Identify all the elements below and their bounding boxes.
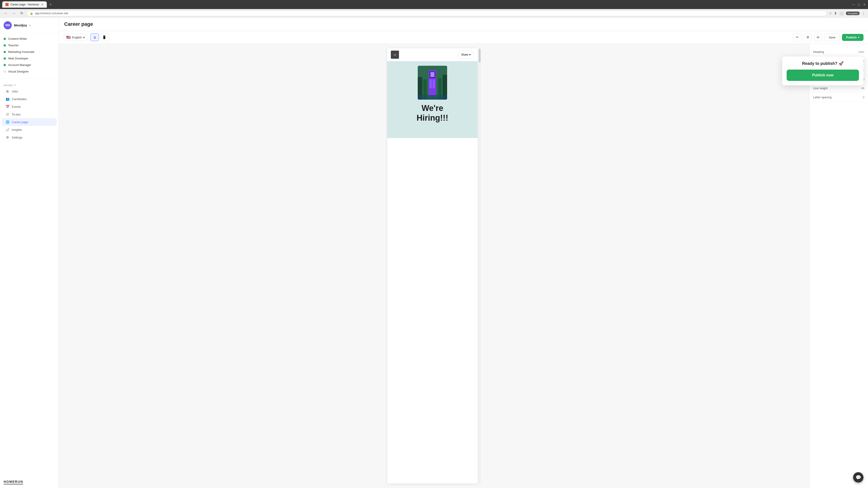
sidebar-item-career-page[interactable]: 🌐 Career page: [2, 118, 57, 126]
chat-bubble-button[interactable]: 💬: [853, 472, 864, 483]
nav-company-arrow: ▾: [14, 84, 16, 87]
desktop-view-button[interactable]: 🖥: [90, 33, 99, 41]
panel-line-height-label: Line height: [813, 87, 828, 90]
extensions-icon[interactable]: ⬜: [839, 11, 844, 15]
share-button[interactable]: Share ▾: [458, 51, 474, 59]
nav-item-label: Settings: [12, 136, 22, 139]
svg-rect-10: [430, 79, 432, 88]
sidebar: MM Moodjoy ▾ Content Writer Teacher Mark…: [0, 18, 59, 488]
job-label: Account Manager: [8, 63, 31, 67]
address-text: app.homerun.co/career-site: [35, 12, 68, 15]
nav-icons: ☆ ⬇ ⬜ Incognito ⋮: [829, 11, 865, 15]
scroll-track[interactable]: [478, 48, 481, 484]
bookmark-icon[interactable]: ☆: [829, 11, 832, 15]
address-bar[interactable]: 🔒 app.homerun.co/career-site: [26, 10, 827, 16]
toolbar-right: ✏ ⚙ 👁 Save Publish ▾: [793, 33, 864, 41]
job-item-visual-designer[interactable]: Visual Designer: [0, 68, 59, 75]
insights-icon: 📈: [5, 128, 9, 132]
job-status-dot: [4, 51, 6, 53]
job-label: Marketing Associate: [8, 50, 34, 54]
settings-tool-button[interactable]: ⚙: [804, 33, 812, 41]
job-item-content-writer[interactable]: Content Writer: [0, 35, 59, 42]
sidebar-item-jobs[interactable]: ⊞ Jobs: [2, 88, 57, 95]
sidebar-header: MM Moodjoy ▾: [0, 18, 59, 33]
tab-favicon: [5, 3, 8, 6]
nav-company-label: Moodjoy ▾: [0, 82, 59, 88]
publish-caret-icon: ▾: [858, 36, 860, 39]
publish-now-button[interactable]: Publish now: [786, 70, 859, 81]
sidebar-item-todos[interactable]: ☑ To-dos: [2, 110, 57, 118]
job-status-dot: [4, 38, 6, 40]
right-panel: Heading Inter Body Inter Quote ✕ Font si…: [809, 44, 868, 488]
panel-letter-spacing-row: Letter spacing 0: [813, 93, 864, 102]
lang-dropdown-arrow: ▾: [83, 36, 85, 39]
nav-item-label: Events: [12, 105, 21, 108]
career-page-icon: 🌐: [5, 120, 9, 124]
job-item-web-developer[interactable]: Web Developer: [0, 55, 59, 62]
language-label: English: [72, 36, 82, 39]
menu-icon[interactable]: ⋮: [862, 11, 865, 15]
page-preview: M Share ▾: [387, 48, 477, 484]
job-label: Teacher: [8, 43, 19, 47]
minimize-button[interactable]: ─: [852, 2, 855, 6]
download-icon[interactable]: ⬇: [834, 11, 837, 15]
jobs-icon: ⊞: [5, 89, 9, 93]
job-status-dot: [4, 57, 6, 60]
preview-hero: We're Hiring!!!: [387, 61, 477, 138]
panel-heading-label: Heading: [813, 50, 824, 54]
reload-button[interactable]: ↻: [19, 10, 25, 16]
flag-icon: 🇺🇸: [66, 35, 71, 39]
job-item-marketing-associate[interactable]: Marketing Associate: [0, 48, 59, 55]
nav-item-label: Jobs: [12, 90, 18, 93]
tab-close-button[interactable]: ✕: [41, 3, 43, 6]
sidebar-item-insights[interactable]: 📈 Insights: [2, 126, 57, 133]
app-container: MM Moodjoy ▾ Content Writer Teacher Mark…: [0, 18, 868, 488]
todos-icon: ☑: [5, 112, 9, 116]
panel-line-height-value: 48: [861, 87, 864, 90]
device-toggle: 🖥 📱: [90, 33, 109, 41]
share-label: Share: [461, 53, 468, 56]
svg-rect-9: [430, 72, 434, 77]
active-tab[interactable]: Career page - Homerun ✕: [2, 1, 47, 8]
language-selector[interactable]: 🇺🇸 English ▾: [63, 34, 88, 41]
incognito-badge: Incognito: [846, 11, 860, 15]
back-button[interactable]: ←: [3, 10, 9, 16]
maximize-button[interactable]: ◻: [858, 3, 860, 6]
nav-section: Moodjoy ▾ ⊞ Jobs 👥 Candidates 📅 Events ☑…: [0, 80, 59, 143]
sidebar-item-settings[interactable]: ⚙ Settings: [2, 133, 57, 141]
job-status-dot-inactive: [4, 70, 6, 73]
preview-title-line2: Hiring!!!: [416, 113, 448, 123]
publish-dropdown: Ready to publish? 🚀 Publish now: [782, 57, 864, 86]
panel-letter-spacing-label: Letter spacing: [813, 96, 832, 99]
editor-toolbar: 🇺🇸 English ▾ 🖥 📱 ✏ ⚙ 👁 Save Publish ▾: [59, 31, 868, 44]
nav-item-label: Career page: [12, 121, 28, 124]
new-tab-button[interactable]: +: [48, 2, 53, 7]
publish-button[interactable]: Publish ▾: [842, 34, 864, 41]
edit-tool-button[interactable]: ✏: [793, 33, 801, 41]
page-header: Career page: [59, 18, 868, 31]
job-label: Visual Designer: [8, 70, 29, 73]
svg-rect-12: [418, 95, 447, 100]
homerun-logo: HOMERUN: [4, 480, 23, 484]
sidebar-item-events[interactable]: 📅 Events: [2, 103, 57, 110]
mobile-view-button[interactable]: 📱: [100, 33, 109, 41]
job-item-teacher[interactable]: Teacher: [0, 42, 59, 48]
sidebar-item-candidates[interactable]: 👥 Candidates: [2, 95, 57, 103]
chat-icon: 💬: [856, 475, 861, 480]
tab-title: Career page - Homerun: [10, 3, 39, 6]
forward-button[interactable]: →: [11, 10, 17, 16]
svg-rect-11: [433, 79, 435, 88]
preview-tool-button[interactable]: 👁: [814, 33, 822, 41]
close-window-button[interactable]: ✕: [863, 3, 866, 6]
publish-ready-text: Ready to publish?: [802, 61, 837, 66]
preview-title-line1: We're: [416, 103, 448, 113]
canvas-area: M Share ▾: [59, 44, 809, 488]
job-label: Web Developer: [8, 57, 28, 60]
company-dropdown-arrow[interactable]: ▾: [29, 24, 31, 27]
settings-icon: ⚙: [5, 135, 9, 139]
sidebar-footer: HOMERUN: [0, 476, 59, 488]
job-item-account-manager[interactable]: Account Manager: [0, 62, 59, 68]
save-button[interactable]: Save: [825, 34, 840, 41]
nav-company-text: Moodjoy: [4, 84, 13, 87]
nav-item-label: To-dos: [12, 113, 21, 116]
